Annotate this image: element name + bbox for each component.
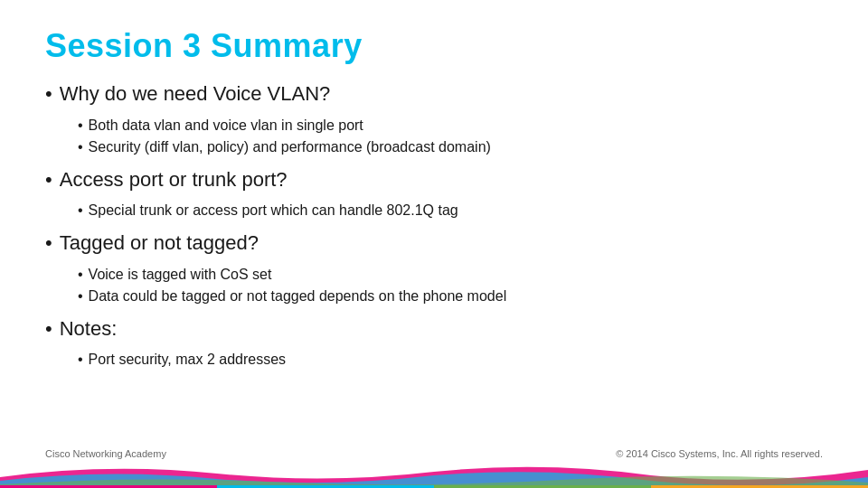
sub-bullet-1-2: • Security (diff vlan, policy) and perfo… [78,136,823,158]
footer: Cisco Networking Academy © 2014 Cisco Sy… [0,448,868,459]
sub-bullet-text-1-2: Security (diff vlan, policy) and perform… [89,136,491,158]
sub-bullet-text-2-1: Special trunk or access port which can h… [89,200,458,221]
sub-bullet-text-3-2: Data could be tagged or not tagged depen… [89,286,507,307]
main-bullet-3: • Tagged or not tagged? [45,230,823,257]
sub-bullet-4-1: • Port security, max 2 addresses [78,349,823,371]
main-bullet-text-1: Why do we need Voice VLAN? [60,81,331,108]
sub-bullet-text-1-1: Both data vlan and voice vlan in single … [89,115,363,136]
sub-bullet-3-1: • Voice is tagged with CoS set [78,264,823,286]
main-bullet-text-2: Access port or trunk port? [60,167,288,193]
main-bullet-1: • Why do we need Voice VLAN? [45,81,823,108]
sub-bullets-3: • Voice is tagged with CoS set • Data co… [78,264,823,307]
sub-bullet-dot: • [78,136,83,158]
section-3: • Tagged or not tagged? • Voice is tagge… [45,230,823,307]
sub-bullets-2: • Special trunk or access port which can… [78,200,823,221]
sub-bullet-3-2: • Data could be tagged or not tagged dep… [78,286,823,307]
sub-bullet-text-3-1: Voice is tagged with CoS set [89,264,272,286]
main-bullet-text-4: Notes: [60,316,118,343]
footer-left: Cisco Networking Academy [45,448,166,459]
sub-bullets-1: • Both data vlan and voice vlan in singl… [78,115,823,158]
main-bullet-4: • Notes: [45,316,823,343]
sub-bullets-4: • Port security, max 2 addresses [78,349,823,371]
bullet-dot-2: • [45,167,52,193]
bullet-dot-4: • [45,316,52,343]
sub-bullet-dot: • [78,200,83,221]
slide-title: Session 3 Summary [45,27,823,65]
sub-bullet-2-1: • Special trunk or access port which can… [78,200,823,221]
sub-bullet-1-1: • Both data vlan and voice vlan in singl… [78,115,823,136]
main-bullet-2: • Access port or trunk port? [45,167,823,193]
section-4: • Notes: • Port security, max 2 addresse… [45,316,823,371]
bullet-dot-1: • [45,81,52,108]
footer-right: © 2014 Cisco Systems, Inc. All rights re… [616,448,823,459]
slide: Session 3 Summary • Why do we need Voice… [0,0,868,488]
bullet-dot-3: • [45,230,52,257]
sub-bullet-dot: • [78,349,83,371]
sub-bullet-dot: • [78,264,83,286]
wave-decoration [0,459,868,488]
sub-bullet-dot: • [78,115,83,136]
main-bullet-text-3: Tagged or not tagged? [60,230,259,257]
sub-bullet-dot: • [78,286,83,307]
sub-bullet-text-4-1: Port security, max 2 addresses [89,349,286,371]
section-2: • Access port or trunk port? • Special t… [45,167,823,222]
section-1: • Why do we need Voice VLAN? • Both data… [45,81,823,158]
